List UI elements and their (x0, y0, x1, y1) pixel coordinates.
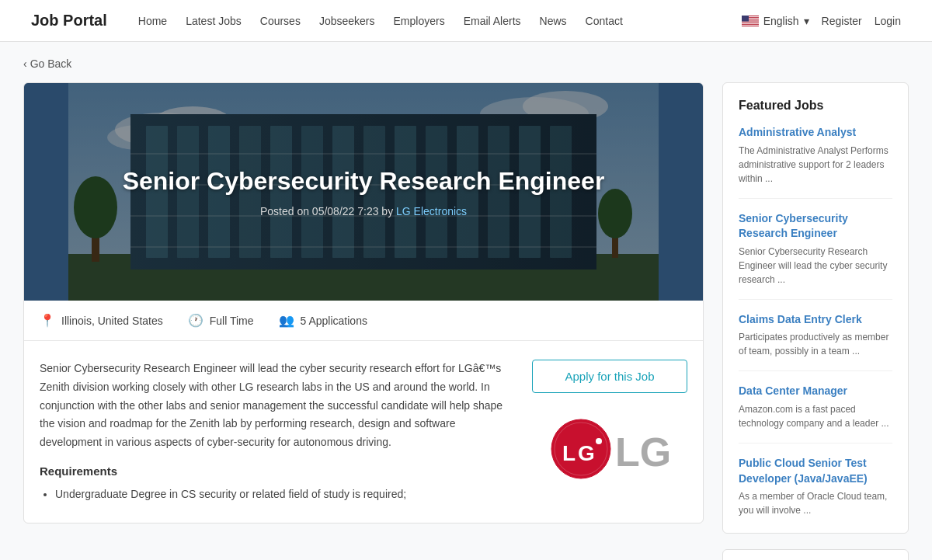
applications-text: 5 Applications (301, 315, 367, 327)
featured-job-title-3[interactable]: Data Center Manager (739, 384, 892, 399)
chevron-left-icon: ‹ (23, 57, 27, 70)
job-description-text: Senior Cybersecurity Research Engineer w… (40, 360, 513, 452)
posted-label: Posted on 05/08/22 7:23 by (260, 205, 393, 217)
company-logo: L G LG (550, 418, 669, 480)
featured-job-desc-4: As a member of Oracle Cloud team, you wi… (739, 489, 892, 517)
svg-point-43 (596, 438, 602, 444)
location-icon: 📍 (40, 313, 55, 328)
requirements-list: Undergraduate Degree in CS security or r… (40, 485, 513, 504)
apply-button[interactable]: Apply for this Job (532, 360, 687, 393)
job-type-meta: 🕐 Full Time (188, 313, 254, 328)
svg-rect-6 (742, 24, 759, 25)
nav-jobseekers[interactable]: Jobseekers (319, 15, 375, 27)
featured-job-3: Data Center Manager Amazon.com is a fast… (739, 384, 892, 443)
featured-job-title-1[interactable]: Senior Cybersecurity Research Engineer (739, 211, 892, 242)
nav-contact[interactable]: Contact (586, 15, 623, 27)
featured-job-title-4[interactable]: Public Cloud Senior Test Developer (Java… (739, 456, 892, 486)
language-label: English (763, 15, 799, 27)
lg-circle-logo: L G (550, 418, 612, 480)
navbar: Job Portal Home Latest Jobs Courses Jobs… (0, 0, 932, 42)
site-brand[interactable]: Job Portal (31, 12, 107, 30)
location-text: Illinois, United States (61, 315, 163, 327)
advertisements-card: Advertisements (722, 549, 909, 560)
company-link[interactable]: LG Electronics (396, 205, 467, 217)
svg-rect-4 (742, 21, 759, 22)
page-container: ‹ Go Back (8, 42, 924, 560)
nav-email-alerts[interactable]: Email Alerts (464, 15, 521, 27)
nav-links: Home Latest Jobs Courses Jobseekers Empl… (138, 15, 742, 27)
svg-rect-7 (742, 16, 749, 22)
nav-right: English ▾ Register Login (742, 15, 901, 27)
featured-jobs-title: Featured Jobs (739, 99, 892, 113)
requirement-item: Undergraduate Degree in CS security or r… (55, 485, 513, 504)
job-meta-row: 📍 Illinois, United States 🕐 Full Time 👥 … (24, 301, 703, 341)
go-back-link[interactable]: ‹ Go Back (23, 57, 71, 70)
language-selector[interactable]: English ▾ (742, 15, 809, 27)
featured-job-title-2[interactable]: Claims Data Entry Clerk (739, 312, 892, 328)
featured-job-desc-0: The Administrative Analyst Performs admi… (739, 144, 892, 186)
svg-rect-5 (742, 23, 759, 23)
job-logo-column: Apply for this Job L G (532, 360, 687, 504)
main-column: Senior Cybersecurity Research Engineer P… (23, 82, 704, 523)
featured-job-2: Claims Data Entry Clerk Participates pro… (739, 312, 892, 372)
job-hero-title: Senior Cybersecurity Research Engineer (123, 166, 605, 196)
svg-text:L: L (562, 441, 576, 465)
hero-text-overlay: Senior Cybersecurity Research Engineer P… (24, 83, 703, 301)
featured-job-title-0[interactable]: Administrative Analyst (739, 125, 892, 141)
applications-meta: 👥 5 Applications (279, 313, 367, 328)
chevron-down-icon: ▾ (804, 15, 809, 27)
login-button[interactable]: Login (875, 15, 901, 27)
svg-text:LG: LG (615, 430, 669, 472)
svg-text:G: G (578, 441, 595, 465)
featured-job-desc-1: Senior Cybersecurity Research Engineer w… (739, 245, 892, 287)
job-card: Senior Cybersecurity Research Engineer P… (23, 82, 704, 523)
hero-subtitle: Posted on 05/08/22 7:23 by LG Electronic… (260, 205, 467, 217)
featured-job-desc-3: Amazon.com is a fast paced technology co… (739, 402, 892, 430)
job-type-text: Full Time (210, 315, 254, 327)
job-hero-image: Senior Cybersecurity Research Engineer P… (24, 83, 703, 301)
requirements-heading: Requirements (40, 464, 513, 478)
featured-job-4: Public Cloud Senior Test Developer (Java… (739, 456, 892, 517)
register-button[interactable]: Register (822, 15, 862, 27)
location-meta: 📍 Illinois, United States (40, 313, 163, 328)
people-icon: 👥 (279, 313, 294, 328)
nav-news[interactable]: News (540, 15, 567, 27)
featured-job-0: Administrative Analyst The Administrativ… (739, 125, 892, 199)
nav-courses[interactable]: Courses (260, 15, 301, 27)
sidebar: Featured Jobs Administrative Analyst The… (722, 82, 909, 560)
nav-home[interactable]: Home (138, 15, 167, 27)
featured-job-1: Senior Cybersecurity Research Engineer S… (739, 211, 892, 300)
go-back-label: Go Back (30, 57, 72, 70)
clock-icon: 🕐 (188, 313, 203, 328)
lg-wordmark: LG (615, 426, 669, 472)
featured-jobs-card: Featured Jobs Administrative Analyst The… (722, 82, 909, 534)
flag-icon (742, 16, 759, 26)
content-row: Senior Cybersecurity Research Engineer P… (23, 82, 909, 560)
nav-employers[interactable]: Employers (394, 15, 445, 27)
featured-job-desc-2: Participates productively as member of t… (739, 330, 892, 358)
nav-latest-jobs[interactable]: Latest Jobs (186, 15, 242, 27)
job-body: Senior Cybersecurity Research Engineer w… (24, 341, 703, 523)
job-description: Senior Cybersecurity Research Engineer w… (40, 360, 513, 504)
